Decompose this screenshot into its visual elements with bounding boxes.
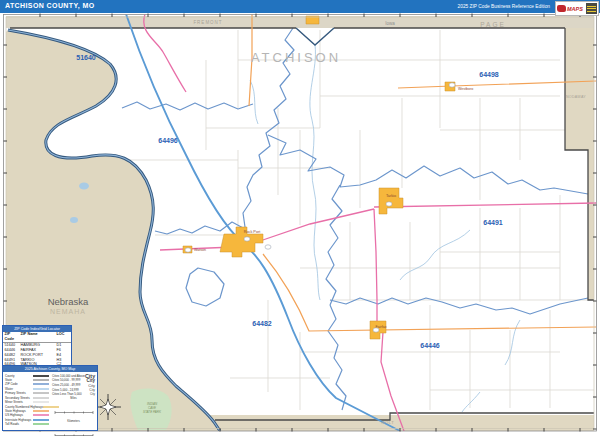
fairfax-city-label: Fairfax (376, 325, 387, 329)
zip-label-64446: 64446 (420, 342, 440, 349)
rock-port-city-label: Rock Port (244, 230, 262, 234)
legend-city-row: Cities 5,000 - 24,999 City (52, 387, 95, 392)
kilometers-scale-bar: Kilometers (52, 421, 95, 436)
line-sample (33, 387, 49, 391)
tarkio-city-label: Tarkio (386, 194, 396, 198)
zip-table-header: ZIP Code ZIP Name LOC (3, 332, 71, 343)
col-zip-name: ZIP Name (21, 332, 57, 342)
watson-city-label: Watson (194, 248, 206, 252)
legend-city-items: Cities 100,000 and Above City Cities 50,… (49, 373, 95, 436)
atlas-page: { "header": { "title": "ATCHISON COUNTY,… (0, 0, 600, 436)
fremont-county-label: FREMONT (193, 20, 222, 25)
line-sample (33, 409, 49, 413)
col-zip-code: ZIP Code (5, 332, 21, 342)
nemaha-county-label: NEMAHA (50, 308, 86, 315)
page-county-label: PAGE (480, 21, 506, 28)
line-sample (33, 422, 49, 426)
line-sample (33, 396, 49, 400)
logo-text: MAPS (567, 6, 583, 12)
park-label-line3: STATE PARK (143, 410, 162, 414)
line-sample (33, 378, 49, 382)
logo-map-icon (557, 5, 566, 12)
holt-county-label: HOLT (382, 420, 395, 425)
legend-item: Toll Roads (5, 422, 49, 426)
line-sample (33, 382, 49, 386)
zip-label-64496: 64496 (158, 137, 178, 144)
map-legend: 2025 Atchison County, MO Map County Stat… (2, 365, 98, 431)
nebraska-state-label: Nebraska (48, 296, 89, 307)
line-sample (33, 400, 49, 404)
line-sample (33, 374, 49, 378)
zip-label-51640: 51640 (76, 54, 96, 61)
iowa-state-label: Iowa (385, 21, 395, 26)
legend-line-items: County State ZIP Code Water Primary Stre… (5, 373, 49, 436)
line-sample (33, 413, 49, 417)
county-name-label: ATCHISON (251, 50, 341, 65)
legend-city-row: Cities 25,000 - 49,999 City (52, 383, 95, 388)
col-loc: LOC (57, 332, 69, 342)
line-sample (33, 391, 49, 395)
zip-label-64498: 64498 (479, 71, 499, 78)
nodaway-county-label: NODAWAY (566, 95, 586, 99)
miles-scale-bar: Miles (52, 398, 95, 419)
logo-fineprint-block (586, 3, 597, 14)
zip-label-64482: 64482 (252, 320, 272, 327)
line-sample (33, 418, 49, 422)
title-bar: ATCHISON COUNTY, MO 2025 ZIP Code Busine… (0, 0, 600, 13)
publisher-logo: MAPS (555, 1, 599, 16)
map-title: ATCHISON COUNTY, MO (5, 2, 95, 9)
westboro-city-label: Westboro (458, 87, 473, 91)
zip-label-64491: 64491 (483, 219, 503, 226)
edition-label: 2025 ZIP Code Business Reference Edition (458, 4, 550, 9)
